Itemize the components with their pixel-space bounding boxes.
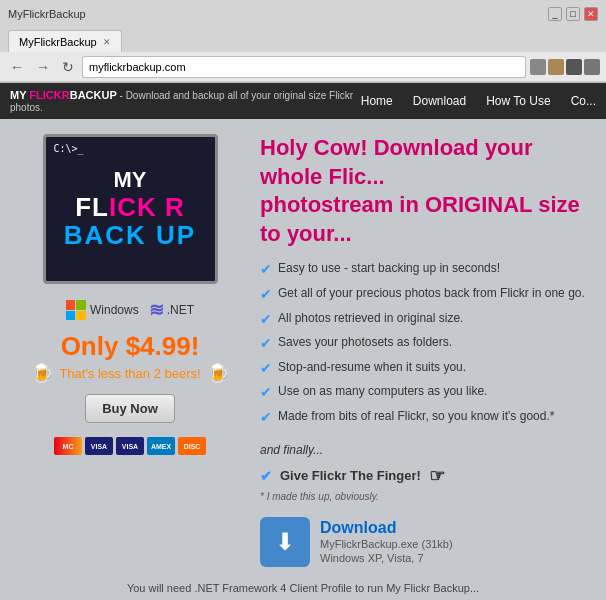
check-icon-give: ✔	[260, 468, 272, 484]
and-finally: and finally...	[260, 443, 586, 457]
beer-icon-right: 🍺	[207, 362, 229, 384]
nav-icons	[530, 59, 600, 75]
hand-cursor-icon: ☞	[429, 465, 445, 487]
nav-home[interactable]: Home	[361, 94, 393, 108]
tab-close-button[interactable]: ✕	[103, 37, 111, 47]
feature-6: ✔Use on as many computers as you like.	[260, 383, 586, 403]
menu-icon[interactable]	[566, 59, 582, 75]
check-icon-4: ✔	[260, 334, 272, 354]
download-os: Windows XP, Vista, 7	[320, 552, 424, 564]
nav-how-to-use[interactable]: How To Use	[486, 94, 550, 108]
disclaimer: * I made this up, obviously.	[260, 491, 586, 502]
app-logo: MY FLICK R BACK UP	[64, 168, 196, 249]
nav-download[interactable]: Download	[413, 94, 466, 108]
content-grid: C:\>_ MY FLICK R BACK UP Windows	[20, 134, 586, 567]
discover-icon: DISC	[178, 437, 206, 455]
site-nav-links: Home Download How To Use Co...	[361, 94, 596, 108]
feature-5: ✔Stop-and-resume when it suits you.	[260, 359, 586, 379]
price-sub-label: That's less than 2 beers!	[59, 366, 200, 381]
windows-flag-icon	[66, 300, 86, 320]
site-title-my: MY	[10, 89, 29, 101]
os-badges: Windows ≋ .NET	[66, 299, 194, 321]
download-icon-box[interactable]: ⬇	[260, 517, 310, 567]
right-panel: Holy Cow! Download your whole Flic...pho…	[260, 134, 586, 567]
give-flickr-row: ✔ Give Flickr The Finger! ☞	[260, 465, 586, 487]
windows-label: Windows	[90, 303, 139, 317]
star-icon[interactable]	[530, 59, 546, 75]
payment-icons: MC VISA VISA AMEX DISC	[54, 437, 206, 455]
refresh-button[interactable]: ↻	[58, 57, 78, 77]
visa-icon: VISA	[85, 437, 113, 455]
footer: You will need .NET Framework 4 Client Pr…	[20, 582, 586, 600]
logo-ickr: ICK R	[109, 192, 185, 222]
tab-bar: MyFlickrBackup ✕	[0, 28, 606, 52]
net-badge: ≋ .NET	[149, 299, 194, 321]
maximize-button[interactable]: □	[566, 7, 580, 21]
beer-icon-left: 🍺	[31, 362, 53, 384]
window-title: MyFlickrBackup	[8, 8, 548, 20]
app-screenshot: C:\>_ MY FLICK R BACK UP	[43, 134, 218, 284]
terminal-prompt: C:\>_	[54, 143, 84, 154]
site-title: MY FLICKRBACKUP - Download and backup al…	[10, 89, 361, 113]
headline: Holy Cow! Download your whole Flic...pho…	[260, 134, 586, 248]
check-icon-2: ✔	[260, 285, 272, 305]
features-list: ✔Easy to use - start backing up in secon…	[260, 260, 586, 427]
forward-button[interactable]: →	[32, 57, 54, 77]
net-logo-icon: ≋	[149, 299, 164, 321]
check-icon-6: ✔	[260, 383, 272, 403]
browser-chrome: MyFlickrBackup _ □ ✕ MyFlickrBackup ✕ ← …	[0, 0, 606, 83]
feature-text-5: Stop-and-resume when it suits you.	[278, 359, 466, 376]
download-section: ⬇ Download MyFlickrBackup.exe (31kb) Win…	[260, 517, 586, 567]
download-link[interactable]: Download	[320, 519, 396, 536]
feature-text-7: Made from bits of real Flickr, so you kn…	[278, 408, 554, 425]
price-section: Only $4.99! 🍺 That's less than 2 beers! …	[31, 331, 228, 384]
check-icon-5: ✔	[260, 359, 272, 379]
amex-icon: AMEX	[147, 437, 175, 455]
buy-button[interactable]: Buy Now	[85, 394, 175, 423]
tab-label: MyFlickrBackup	[19, 36, 97, 48]
check-icon-7: ✔	[260, 408, 272, 428]
price-label: Only $4.99!	[31, 331, 228, 362]
visa2-icon: VISA	[116, 437, 144, 455]
mastercard-icon: MC	[54, 437, 82, 455]
feature-text-1: Easy to use - start backing up in second…	[278, 260, 500, 277]
windows-badge: Windows	[66, 300, 139, 320]
download-filename: MyFlickrBackup.exe (31kb)	[320, 538, 453, 550]
more-icon[interactable]	[584, 59, 600, 75]
logo-my: MY	[64, 168, 196, 192]
nav-bar: ← → ↻	[0, 52, 606, 82]
feature-4: ✔Saves your photosets as folders.	[260, 334, 586, 354]
user-icon[interactable]	[548, 59, 564, 75]
feature-text-3: All photos retrieved in original size.	[278, 310, 463, 327]
browser-tab[interactable]: MyFlickrBackup ✕	[8, 30, 122, 52]
give-flickr-label: Give Flickr The Finger!	[280, 468, 421, 483]
nav-more[interactable]: Co...	[571, 94, 596, 108]
check-icon-3: ✔	[260, 310, 272, 330]
window-controls: _ □ ✕	[548, 7, 598, 21]
logo-fl: FL	[75, 192, 109, 222]
net-label: .NET	[167, 303, 194, 317]
title-bar: MyFlickrBackup _ □ ✕	[0, 0, 606, 28]
minimize-button[interactable]: _	[548, 7, 562, 21]
site-title-flickr: FLICKR	[29, 89, 69, 101]
logo-flickr: FLICK R	[64, 193, 196, 222]
feature-2: ✔Get all of your precious photos back fr…	[260, 285, 586, 305]
back-button[interactable]: ←	[6, 57, 28, 77]
close-button[interactable]: ✕	[584, 7, 598, 21]
feature-3: ✔All photos retrieved in original size.	[260, 310, 586, 330]
download-arrow-icon: ⬇	[275, 528, 295, 556]
logo-backup: BACK UP	[64, 221, 196, 250]
footer-net-text: You will need .NET Framework 4 Client Pr…	[20, 582, 586, 594]
feature-7: ✔Made from bits of real Flickr, so you k…	[260, 408, 586, 428]
feature-text-2: Get all of your precious photos back fro…	[278, 285, 585, 302]
download-info: Download MyFlickrBackup.exe (31kb) Windo…	[320, 519, 453, 565]
left-panel: C:\>_ MY FLICK R BACK UP Windows	[20, 134, 240, 567]
address-bar[interactable]	[82, 56, 526, 78]
check-icon-1: ✔	[260, 260, 272, 280]
main-content: C:\>_ MY FLICK R BACK UP Windows	[0, 119, 606, 600]
site-nav: MY FLICKRBACKUP - Download and backup al…	[0, 83, 606, 119]
feature-text-4: Saves your photosets as folders.	[278, 334, 452, 351]
price-sub-row: 🍺 That's less than 2 beers! 🍺	[31, 362, 228, 384]
site-title-backup: BACKUP	[70, 89, 117, 101]
feature-1: ✔Easy to use - start backing up in secon…	[260, 260, 586, 280]
